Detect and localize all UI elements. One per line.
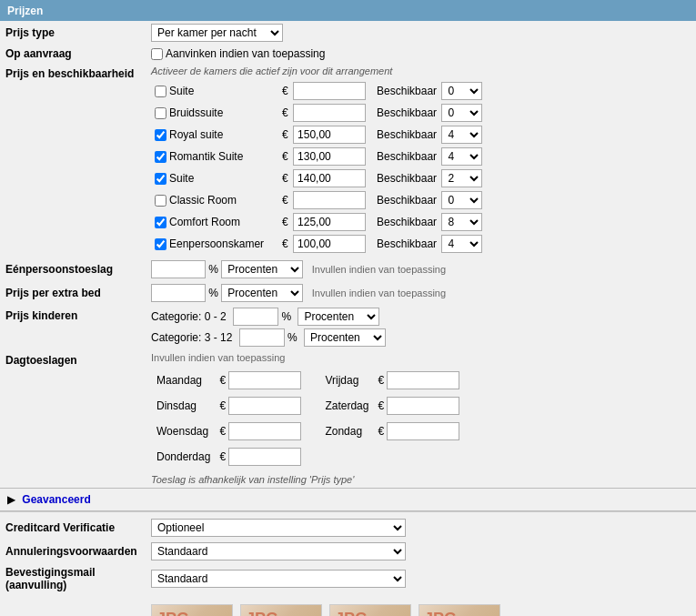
dag-woensdag-input[interactable] [228, 422, 301, 440]
extra-bed-percent-sign: % [208, 287, 218, 299]
room-label-eenpersoons[interactable]: Eenpersoonskamer [155, 237, 275, 250]
op-aanvraag-checkbox[interactable] [151, 48, 163, 60]
room-row-suite1: Suite € Beschikbaar 01248 [151, 80, 486, 102]
prijs-type-select[interactable]: Per kamer per nacht Per persoon per nach… [151, 24, 283, 42]
room-checkbox-romantik[interactable] [155, 151, 166, 163]
dag-dinsdag-input-cell: € [216, 394, 305, 418]
eenpersoons-row: Eénpersoonstoeslag % ProcentenVast bedra… [0, 258, 696, 281]
room-checkbox-comfort[interactable] [155, 217, 166, 228]
cat1-input[interactable] [233, 308, 278, 326]
cat2-percent-sign: % [287, 331, 298, 344]
geavanceerd-link[interactable]: Geavanceerd [22, 493, 90, 506]
eenpersoons-input[interactable] [151, 260, 206, 278]
room-label-comfort[interactable]: Comfort Room [155, 216, 275, 228]
dag-dinsdag-input[interactable] [228, 397, 301, 415]
room-name-romantik: Romantik Suite [169, 150, 243, 163]
room-price-suite1[interactable] [293, 82, 366, 100]
dag-maandag-label-cell: Maandag [153, 369, 214, 392]
dag-maandag-label: Maandag [156, 374, 202, 387]
room-cell-romantik: Romantik Suite [151, 146, 278, 167]
jpg-image-1: JPG 📷 [151, 604, 233, 616]
dag-zondag-label-cell: Zondag [307, 419, 372, 443]
room-checkbox-bruidssuite[interactable] [155, 107, 166, 119]
room-price-royal[interactable] [293, 126, 366, 144]
room-checkbox-suite2[interactable] [155, 173, 166, 185]
extra-bed-unit-select[interactable]: ProcentenVast bedrag [221, 284, 303, 302]
room-label-suite1[interactable]: Suite [155, 85, 275, 97]
beschikbaar-select-suite2[interactable]: 0124 [441, 169, 482, 187]
room-checkbox-classic[interactable] [155, 195, 166, 207]
thumbnails-cell: JPG 📷 [ Wijzigen ] JPG 📷 [146, 594, 696, 616]
dag-zaterdag-input[interactable] [387, 397, 459, 415]
room-price-comfort[interactable] [293, 213, 366, 231]
bevestiging-select[interactable]: StandaardGeen [151, 570, 406, 588]
beschikbaar-select-royal[interactable]: 0124 [441, 126, 482, 144]
room-beschikbaar-cell-romantik: Beschikbaar 0124 [369, 146, 486, 167]
dag-table: Maandag € Vrijdag € [151, 367, 465, 470]
room-price-classic[interactable] [293, 191, 366, 209]
cat1-unit-select[interactable]: ProcentenVast bedrag [298, 308, 379, 326]
room-beschikbaar-cell-suite2: Beschikbaar 0124 [369, 167, 486, 189]
room-label-royal[interactable]: Royal suite [155, 128, 275, 141]
beschikbaar-select-eenpersoons[interactable]: 01234 [441, 235, 482, 253]
extra-bed-cell: % ProcentenVast bedrag Invullen indien v… [146, 281, 696, 305]
dag-dinsdag-label: Dinsdag [156, 399, 197, 412]
dag-donderdag-label: Donderdag [156, 450, 210, 463]
beschikbaar-select-suite1[interactable]: 01248 [441, 82, 482, 100]
room-price-bruidssuite[interactable] [293, 104, 366, 122]
room-row-royal: Royal suite € Beschikbaar 0124 [151, 124, 486, 146]
room-price-romantik[interactable] [293, 147, 366, 166]
jpg-label-3: JPG [335, 610, 368, 616]
creditcard-select[interactable]: OptioneelVerplichtNiet van toepassing [151, 519, 406, 537]
dag-zondag-input-cell: € [374, 419, 463, 443]
beschikbaar-select-bruidssuite[interactable]: 0124 [441, 104, 482, 122]
cat1-percent-sign: % [281, 310, 291, 323]
room-checkbox-eenpersoons[interactable] [155, 238, 166, 250]
room-label-classic[interactable]: Classic Room [155, 194, 275, 207]
eenpersoons-label: Eénpersoonstoeslag [0, 258, 146, 281]
room-checkbox-royal[interactable] [155, 129, 166, 141]
dag-zaterdag-input-cell: € [374, 394, 463, 418]
op-aanvraag-label: Op aanvraag [0, 45, 146, 63]
dag-donderdag-input[interactable] [228, 448, 301, 466]
eenpersoons-unit-select[interactable]: ProcentenVast bedrag [221, 260, 303, 278]
room-beschikbaar-cell-royal: Beschikbaar 0124 [369, 124, 486, 146]
annulering-select[interactable]: StandaardGeen [151, 542, 406, 560]
room-beschikbaar-cell-bruidssuite: Beschikbaar 0124 [369, 102, 486, 124]
beschikbaar-select-comfort[interactable]: 0124678 [441, 213, 482, 231]
dag-zondag-input[interactable] [387, 422, 459, 440]
thumbnails-container: JPG 📷 [ Wijzigen ] JPG 📷 [151, 604, 691, 616]
extra-bed-input[interactable] [151, 284, 206, 302]
beschikbaar-select-classic[interactable]: 0124 [441, 191, 482, 209]
beschikbaar-label-comfort: Beschikbaar [377, 216, 437, 228]
dag-vrijdag-input[interactable] [387, 371, 459, 389]
prijs-beschikbaarheid-content: Activeer de kamers die actief zijn voor … [146, 63, 696, 258]
room-label-romantik[interactable]: Romantik Suite [155, 150, 275, 163]
op-aanvraag-checkbox-label[interactable]: Aanvinken indien van toepassing [151, 47, 691, 60]
prijs-type-row: Prijs type Per kamer per nacht Per perso… [0, 21, 696, 45]
creditcard-cell: OptioneelVerplichtNiet van toepassing [146, 516, 696, 540]
room-price-cell-classic: € [278, 189, 369, 211]
beschikbaar-label-suite1: Beschikbaar [377, 85, 437, 97]
thumbnail-3: JPG 📷 [ Wijzigen ] [329, 604, 411, 616]
toeslag-note: Toeslag is afhankelijk van instelling 'P… [151, 474, 691, 485]
op-aanvraag-cell: Aanvinken indien van toepassing [146, 45, 696, 63]
cat2-unit-select[interactable]: ProcentenVast bedrag [304, 328, 386, 347]
room-price-suite2[interactable] [293, 169, 366, 187]
dag-dinsdag-label-cell: Dinsdag [153, 394, 214, 418]
dag-maandag-input[interactable] [228, 371, 301, 389]
bevestiging-label: Bevestigingsmail (aanvulling) [0, 563, 146, 594]
room-price-eenpersoons[interactable] [293, 235, 366, 253]
room-name-comfort: Comfort Room [169, 216, 240, 228]
jpg-image-4: JPG 📷 [419, 604, 500, 616]
bottom-form-table: Creditcard Verificatie OptioneelVerplich… [0, 516, 696, 616]
beschikbaar-select-romantik[interactable]: 0124 [441, 147, 482, 166]
room-checkbox-suite1[interactable] [155, 86, 166, 97]
extra-bed-label: Prijs per extra bed [0, 281, 146, 305]
prijs-beschikbaarheid-sublabel: Activeer de kamers die actief zijn voor … [151, 66, 691, 76]
room-label-suite2[interactable]: Suite [155, 172, 275, 185]
room-price-cell-bruidssuite: € [278, 102, 369, 124]
room-label-bruidssuite[interactable]: Bruidssuite [155, 106, 275, 119]
creditcard-label: Creditcard Verificatie [0, 516, 146, 540]
cat2-input[interactable] [239, 328, 285, 347]
